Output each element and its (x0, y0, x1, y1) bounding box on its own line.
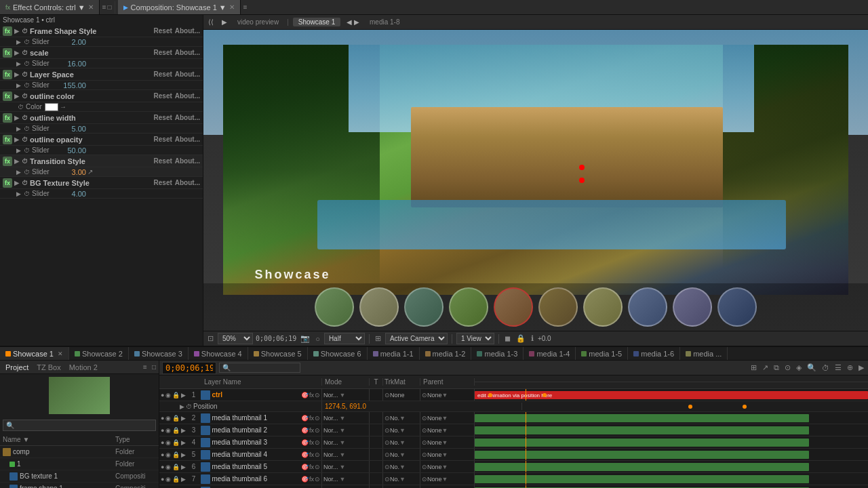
outline-width-group[interactable]: fx ▶ ⏱ outline width Reset About... (0, 112, 203, 124)
thumb-8[interactable] (628, 287, 667, 327)
l2-drop[interactable]: ▼ (340, 415, 346, 422)
ctrl-parent-drop[interactable]: ▼ (442, 392, 448, 399)
ctrl-mode-drop[interactable]: ▼ (340, 392, 346, 399)
tzbox-tab[interactable]: TZ Box (34, 363, 63, 371)
l7-d[interactable]: ▼ (340, 476, 346, 483)
scale-group[interactable]: fx ▶ ⏱ scale Reset About... (0, 47, 203, 59)
tl-btn-6[interactable]: 🔍 (806, 363, 818, 372)
lock-btn[interactable]: 🔒 (515, 334, 527, 343)
close-s1[interactable]: ✕ (58, 350, 63, 357)
frame-about-btn[interactable]: About... (175, 27, 200, 35)
thumb-1[interactable] (315, 287, 354, 327)
tl-tab-showcase6[interactable]: Showcase 6 (308, 347, 368, 360)
position-value[interactable]: 1274.5, 691.0 (325, 403, 366, 410)
ts-slider-val[interactable]: 3.00 (59, 168, 86, 176)
solo-ctrl[interactable]: ◉ (165, 392, 171, 399)
tl-tab-showcase4[interactable]: Showcase 4 (189, 347, 248, 360)
tl-btn-1[interactable]: ⊞ (749, 363, 758, 372)
grid-btn[interactable]: ⊞ (374, 334, 382, 343)
tl-tab-media13[interactable]: media 1-3 (471, 347, 524, 360)
l5-td[interactable]: ▼ (399, 451, 406, 458)
col-name-header[interactable]: Name ▼ (3, 436, 115, 443)
tl-tab-showcase5[interactable]: Showcase 5 (248, 347, 308, 360)
collapse-7[interactable]: ▶ (181, 476, 186, 483)
solo-5[interactable]: ◉ (165, 451, 171, 458)
project-tab[interactable]: Project (3, 363, 31, 371)
solo-7[interactable]: ◉ (165, 476, 171, 483)
tl-btn-10[interactable]: ▶ (857, 363, 865, 372)
layer-name-6[interactable]: media thumbnail 5 (212, 463, 300, 470)
composition-close[interactable]: ✕ (229, 3, 235, 11)
l7-td[interactable]: ▼ (399, 476, 406, 483)
project-item-comp[interactable]: comp Folder (0, 446, 159, 458)
lock-2[interactable]: 🔒 (172, 415, 180, 422)
solo-6[interactable]: ◉ (165, 464, 171, 470)
tl-tab-media15[interactable]: media 1-5 (576, 347, 628, 360)
lock-4[interactable]: 🔒 (172, 439, 180, 446)
bg-about-btn[interactable]: About... (175, 179, 200, 186)
resolution-select[interactable]: Half Full Quarter (324, 333, 365, 344)
layer-name-3[interactable]: media thumbnail 2 (212, 426, 300, 434)
frame-shape-style-group[interactable]: fx ▶ ⏱ Frame Shape Style Reset About... (0, 25, 203, 37)
l6-td[interactable]: ▼ (399, 464, 406, 470)
tl-btn-8[interactable]: ☰ (833, 363, 843, 372)
tl-btn-4[interactable]: ⊙ (783, 363, 792, 372)
l4-d[interactable]: ▼ (340, 439, 346, 446)
layer-name-2[interactable]: media thumbnail 1 (212, 414, 300, 422)
layer-space-group[interactable]: fx ▶ ⏱ Layer Space Reset About... (0, 68, 203, 81)
scale-about-btn[interactable]: About... (175, 49, 200, 56)
oop-slider-val[interactable]: 50.00 (59, 146, 86, 155)
ls-slider-val[interactable]: 155.00 (59, 81, 86, 89)
oc-reset-btn[interactable]: Reset (154, 92, 172, 100)
render-btn[interactable]: ◼ (503, 334, 512, 343)
lock-5[interactable]: 🔒 (172, 451, 180, 458)
tl-tab-showcase3[interactable]: Showcase 3 (129, 347, 189, 360)
media18-tab[interactable]: media 1-8 (366, 18, 403, 26)
scale-slider-val[interactable]: 16.00 (59, 60, 86, 68)
l6-pd[interactable]: ▼ (442, 464, 448, 470)
l2-trk-drop[interactable]: ▼ (399, 415, 406, 422)
eye-ctrl[interactable]: ● (161, 392, 164, 399)
toggle-alpha[interactable]: ○ (314, 335, 321, 343)
l5-pd[interactable]: ▼ (442, 451, 448, 458)
motion2-tab[interactable]: Motion 2 (66, 363, 100, 371)
collapse-5[interactable]: ▶ (181, 451, 186, 458)
frame-slider-val[interactable]: 2.00 (59, 38, 86, 46)
tl-tab-media-more[interactable]: media ... (680, 347, 728, 360)
timeline-search[interactable] (219, 363, 300, 373)
project-item-1[interactable]: 1 Folder (0, 458, 159, 470)
l3-trk-d[interactable]: ▼ (399, 427, 406, 434)
project-item-bg[interactable]: BG texture 1 Compositi (0, 470, 159, 483)
eye-2[interactable]: ● (161, 415, 164, 422)
transition-style-group[interactable]: fx ▶ ⏱ Transition Style Reset About... (0, 155, 203, 167)
proj-collapse[interactable]: □ (152, 363, 156, 371)
ls-about-btn[interactable]: About... (175, 70, 200, 78)
tl-tab-media12[interactable]: media 1-2 (420, 347, 472, 360)
ls-reset-btn[interactable]: Reset (154, 70, 172, 78)
project-search[interactable] (3, 420, 156, 431)
timeline-timecode-input[interactable] (162, 362, 216, 374)
ow-slider-val[interactable]: 5.00 (59, 125, 86, 133)
tab-arrow[interactable]: ◀ ▶ (344, 18, 361, 26)
tl-tab-media16[interactable]: media 1-6 (628, 347, 680, 360)
panel-collapse-icon[interactable]: □ (108, 3, 112, 11)
tl-btn-2[interactable]: ↗ (761, 363, 770, 372)
ow-reset-btn[interactable]: Reset (154, 114, 172, 121)
pos-stopwatch[interactable]: ⏱ (186, 403, 192, 410)
thumb-3[interactable] (404, 287, 443, 327)
lock-7[interactable]: 🔒 (172, 476, 180, 483)
l4-pd[interactable]: ▼ (442, 439, 448, 446)
camera-icon[interactable]: 📷 (299, 334, 311, 343)
eye-3[interactable]: ● (161, 427, 164, 434)
layer-name-4[interactable]: media thumbnail 3 (212, 439, 300, 446)
info-btn[interactable]: ℹ (530, 334, 535, 343)
thumb-5[interactable] (494, 287, 533, 327)
tl-tab-media11[interactable]: media 1-1 (368, 347, 420, 360)
video-preview-tab[interactable]: video preview (233, 18, 283, 26)
proj-menu[interactable]: ≡ (143, 363, 147, 371)
ts-about-btn[interactable]: About... (175, 157, 200, 165)
thumb-2[interactable] (359, 287, 399, 327)
lock-ctrl[interactable]: 🔒 (172, 392, 180, 399)
l3-p-d[interactable]: ▼ (442, 427, 448, 434)
tl-tab-showcase2[interactable]: Showcase 2 (69, 347, 129, 360)
